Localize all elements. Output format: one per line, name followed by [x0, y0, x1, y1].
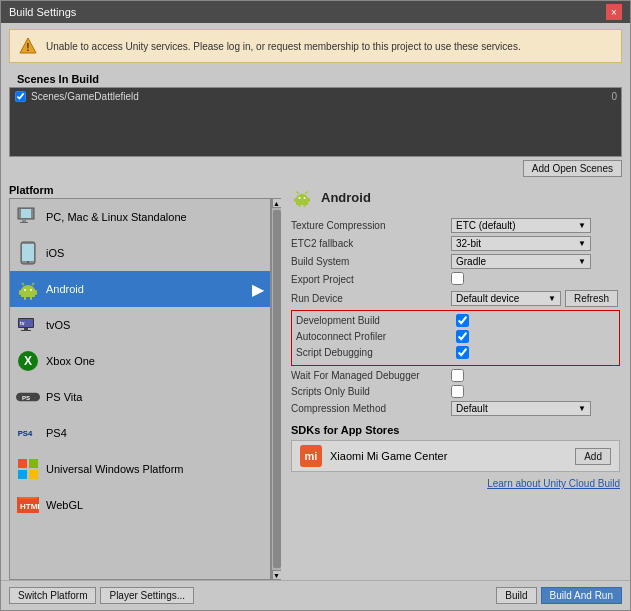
- build-button[interactable]: Build: [496, 587, 536, 604]
- script-debugging-label: Script Debugging: [296, 347, 456, 358]
- ios-icon: [16, 241, 40, 265]
- script-debugging-row: Script Debugging: [296, 346, 615, 359]
- compression-method-row: Compression Method Default ▼: [291, 401, 620, 416]
- compression-arrow: ▼: [578, 404, 586, 413]
- svg-line-40: [306, 192, 308, 194]
- bottom-bar: Switch Platform Player Settings... Build…: [1, 580, 630, 610]
- platform-item-ios[interactable]: iOS: [10, 235, 270, 271]
- platform-webgl-label: WebGL: [46, 499, 264, 511]
- build-system-row: Build System Gradle ▼: [291, 254, 620, 269]
- svg-text:PS: PS: [22, 395, 30, 401]
- svg-point-12: [24, 289, 26, 291]
- svg-text:HTML: HTML: [20, 502, 39, 511]
- main-content: Platform PC, Mac & Linux: [1, 180, 630, 580]
- svg-rect-30: [18, 470, 27, 479]
- autoconnect-check: [456, 330, 469, 343]
- run-device-row: Run Device Default device ▼ Refresh: [291, 290, 620, 307]
- close-button[interactable]: ×: [606, 4, 622, 20]
- svg-rect-17: [35, 290, 37, 295]
- scroll-thumb[interactable]: [273, 210, 281, 568]
- warning-text: Unable to access Unity services. Please …: [46, 41, 521, 52]
- export-project-value: [451, 272, 620, 287]
- svg-rect-11: [21, 291, 35, 293]
- development-build-checkbox[interactable]: [456, 314, 469, 327]
- svg-rect-7: [22, 244, 34, 261]
- texture-compression-label: Texture Compression: [291, 220, 451, 231]
- switch-platform-button[interactable]: Switch Platform: [9, 587, 96, 604]
- autoconnect-checkbox[interactable]: [456, 330, 469, 343]
- svg-rect-3: [21, 209, 31, 218]
- scene-row: Scenes/GameDattlefield 0: [10, 88, 621, 105]
- sdk-item-xiaomi: mi Xiaomi Mi Game Center Add: [291, 440, 620, 472]
- run-device-value: Default device ▼ Refresh: [451, 290, 620, 307]
- build-system-arrow: ▼: [578, 257, 586, 266]
- scroll-up-arrow[interactable]: ▲: [272, 198, 282, 208]
- svg-rect-31: [29, 470, 38, 479]
- script-debugging-checkbox[interactable]: [456, 346, 469, 359]
- platform-item-tvos[interactable]: tv tvOS: [10, 307, 270, 343]
- texture-compression-row: Texture Compression ETC (default) ▼: [291, 218, 620, 233]
- wait-managed-checkbox[interactable]: [451, 369, 464, 382]
- android-title: Android: [321, 190, 371, 205]
- svg-rect-16: [19, 290, 21, 295]
- platform-android-label: Android: [46, 283, 246, 295]
- refresh-button[interactable]: Refresh: [565, 290, 618, 307]
- platform-item-uwp[interactable]: Universal Windows Platform: [10, 451, 270, 487]
- platform-section: Platform PC, Mac & Linux: [1, 180, 281, 580]
- add-open-scenes-button[interactable]: Add Open Scenes: [523, 160, 622, 177]
- scene-checkbox[interactable]: [15, 91, 25, 101]
- svg-line-15: [32, 283, 34, 285]
- etc2-fallback-label: ETC2 fallback: [291, 238, 451, 249]
- svg-line-14: [22, 283, 24, 285]
- svg-text:!: !: [26, 42, 29, 53]
- android-icon: [16, 277, 40, 301]
- add-sdk-button[interactable]: Add: [575, 448, 611, 465]
- player-settings-button[interactable]: Player Settings...: [100, 587, 194, 604]
- svg-point-8: [27, 261, 29, 263]
- psvita-icon: PS: [16, 385, 40, 409]
- android-header-icon: [291, 186, 313, 208]
- build-and-run-button[interactable]: Build And Run: [541, 587, 622, 604]
- export-project-checkbox[interactable]: [451, 272, 464, 285]
- pc-icon: [16, 205, 40, 229]
- platform-tvos-label: tvOS: [46, 319, 264, 331]
- scripts-only-checkbox[interactable]: [451, 385, 464, 398]
- svg-rect-44: [304, 204, 306, 207]
- wait-managed-row: Wait For Managed Debugger: [291, 369, 620, 382]
- uwp-icon: [16, 457, 40, 481]
- platform-list: PC, Mac & Linux Standalone iOS: [9, 198, 271, 580]
- run-device-dropdown[interactable]: Default device ▼: [451, 291, 561, 306]
- platform-xbox-label: Xbox One: [46, 355, 264, 367]
- texture-compression-dropdown[interactable]: ETC (default) ▼: [451, 218, 591, 233]
- platform-ios-label: iOS: [46, 247, 264, 259]
- svg-rect-24: [21, 330, 31, 331]
- svg-rect-23: [24, 328, 28, 330]
- platform-pc-label: PC, Mac & Linux Standalone: [46, 211, 264, 223]
- etc2-fallback-dropdown[interactable]: 32-bit ▼: [451, 236, 591, 251]
- cloud-build-link[interactable]: Learn about Unity Cloud Build: [291, 478, 620, 489]
- scroll-down-arrow[interactable]: ▼: [272, 570, 282, 580]
- platform-item-pc[interactable]: PC, Mac & Linux Standalone: [10, 199, 270, 235]
- android-header: Android: [291, 186, 620, 208]
- build-system-label: Build System: [291, 256, 451, 267]
- dropdown-arrow: ▼: [578, 221, 586, 230]
- platform-item-webgl[interactable]: HTML WebGL: [10, 487, 270, 523]
- autoconnect-profiler-row: Autoconnect Profiler: [296, 330, 615, 343]
- svg-rect-5: [20, 222, 28, 223]
- compression-method-dropdown[interactable]: Default ▼: [451, 401, 591, 416]
- platform-item-ps4[interactable]: PS4 PS4: [10, 415, 270, 451]
- etc2-fallback-row: ETC2 fallback 32-bit ▼: [291, 236, 620, 251]
- svg-rect-42: [308, 198, 310, 202]
- platform-scrollbar[interactable]: ▲ ▼: [271, 198, 281, 580]
- platform-item-psvita[interactable]: PS PS Vita: [10, 379, 270, 415]
- svg-line-39: [297, 192, 299, 194]
- platform-item-android[interactable]: Android ▶: [10, 271, 270, 307]
- platform-ps4-label: PS4: [46, 427, 264, 439]
- bottom-bar-right: Build Build And Run: [496, 587, 622, 604]
- sdk-section: SDKs for App Stores mi Xiaomi Mi Game Ce…: [291, 424, 620, 472]
- texture-compression-value: ETC (default) ▼: [451, 218, 620, 233]
- svg-point-13: [30, 289, 32, 291]
- debug-options-group: Development Build Autoconnect Profiler S…: [291, 310, 620, 366]
- platform-item-xbox[interactable]: X Xbox One: [10, 343, 270, 379]
- build-system-dropdown[interactable]: Gradle ▼: [451, 254, 591, 269]
